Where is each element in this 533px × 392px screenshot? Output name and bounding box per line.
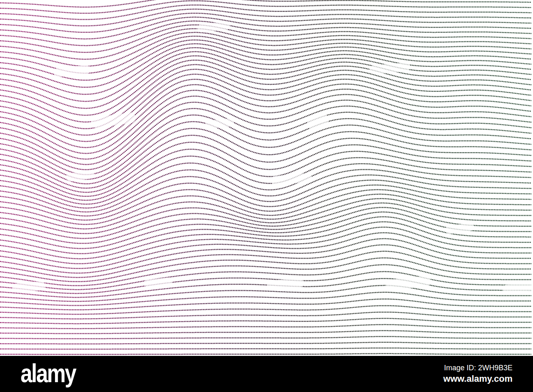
image-id-block: Image ID: 2WH9B3E www.alamy.com [443,364,512,384]
stock-image-page: alamy Image ID: 2WH9B3E www.alamy.com [0,0,533,392]
alamy-watermark-bar: alamy Image ID: 2WH9B3E www.alamy.com [0,356,533,392]
alamy-url-text: www.alamy.com [443,374,512,384]
ghost-watermark-spots [12,21,533,293]
wave-pattern-artwork [0,0,533,392]
alamy-logo: alamy [20,360,75,386]
image-id-text: Image ID: 2WH9B3E [443,364,512,373]
